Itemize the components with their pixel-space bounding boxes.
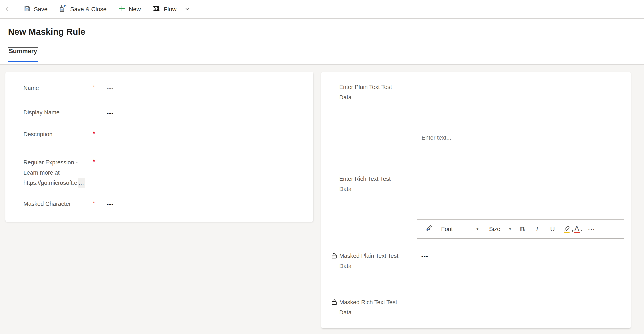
highlighter-icon [562,224,571,234]
size-dropdown-caret-icon: ▾ [509,227,511,231]
save-and-close-icon [59,4,67,14]
regular-expression-required-asterisk: * [93,158,95,166]
save-and-close-button[interactable]: Save & Close [59,4,106,14]
font-dropdown-caret-icon: ▾ [476,227,478,231]
test-data-section-card: Enter Plain Text Test Data --- Enter Ric… [321,72,631,329]
flow-label: Flow [164,6,176,12]
font-color-icon: B A [574,225,580,233]
regular-expression-label: Regular Expression - Learn more at https… [24,158,98,188]
masked-plain-text-value[interactable]: --- [421,253,428,260]
font-color-button[interactable]: B A ▾ [574,225,582,233]
description-label: Description [24,131,98,137]
enter-plain-text-value[interactable]: --- [421,84,428,91]
size-dropdown-label: Size [489,226,500,232]
lock-icon [331,252,338,260]
description-required-asterisk: * [93,130,95,137]
more-formatting-button[interactable]: ⋯ [587,225,596,233]
rich-text-editor-textarea[interactable]: Enter text... [417,129,624,220]
flow-icon [152,4,161,14]
new-label: New [129,6,141,12]
masked-character-required-asterisk: * [93,200,95,207]
font-color-caret-icon: ▾ [581,228,582,233]
display-name-value[interactable]: --- [107,110,114,116]
highlight-color-button[interactable]: ▾ [562,224,574,234]
back-arrow-icon [4,4,14,14]
description-value[interactable]: --- [107,131,114,138]
format-painter-button[interactable] [424,225,433,234]
save-and-close-label: Save & Close [70,6,106,12]
masked-plain-text-label: Masked Plain Text Test Data [339,251,414,271]
size-dropdown[interactable]: Size ▾ [485,224,514,234]
font-color-letter: A [575,225,579,232]
name-value[interactable]: --- [107,85,114,92]
font-color-bar [574,232,580,233]
masked-rich-text-label: Masked Rich Text Test Data [339,297,414,318]
masking-rule-form: Save Save & Close [0,0,644,334]
chevron-down-icon [184,5,191,13]
masked-character-label: Masked Character [24,201,98,207]
format-painter-icon [424,225,433,234]
flow-button[interactable]: Flow [152,4,176,14]
label-truncation-ellipsis: ... [78,178,85,188]
rich-text-placeholder: Enter text... [422,134,451,141]
underline-button[interactable]: U [547,225,558,233]
name-label: Name [24,85,98,91]
rich-text-editor: Enter text... [417,129,624,239]
enter-rich-text-label: Enter Rich Text Test Data [339,174,414,194]
command-buttons: Save Save & Close [24,4,176,14]
font-dropdown-label: Font [441,226,453,232]
save-button[interactable]: Save [24,5,48,14]
command-bar-separator [18,2,18,16]
command-bar: Save Save & Close [0,0,644,19]
new-button[interactable]: New [118,5,141,14]
regular-expression-value[interactable]: --- [107,169,114,176]
masked-character-value[interactable]: --- [107,201,114,208]
tab-summary[interactable]: Summary [8,47,38,62]
lock-icon [331,299,338,307]
italic-button[interactable]: I [532,225,542,233]
command-bar-overflow-button[interactable] [184,5,191,13]
enter-plain-text-label: Enter Plain Text Test Data [339,82,414,102]
back-button[interactable] [0,0,18,19]
save-label: Save [34,6,48,12]
name-required-asterisk: * [93,84,95,91]
font-dropdown[interactable]: Font ▾ [437,224,482,234]
bold-button[interactable]: B [517,225,528,233]
highlight-caret-icon: ▾ [572,229,574,234]
page-title: New Masking Rule [8,27,85,37]
form-body: Name * --- Display Name --- Description … [0,65,644,334]
add-icon [118,5,126,14]
display-name-label: Display Name [24,110,98,115]
rich-text-toolbar: Font ▾ Size ▾ B I U [417,220,624,238]
general-section-card: Name * --- Display Name --- Description … [6,72,314,222]
save-icon [24,5,31,14]
